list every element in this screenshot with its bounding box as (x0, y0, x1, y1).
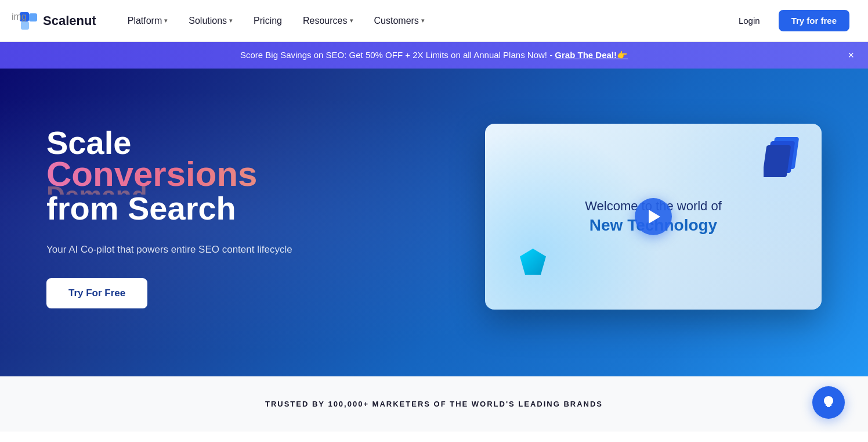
hero-animated-text: Scale Conversions Demand (46, 125, 292, 195)
nav-resources[interactable]: Resources ▾ (295, 11, 361, 31)
svg-rect-5 (764, 145, 791, 177)
login-button[interactable]: Login (729, 11, 769, 30)
banner-text: Score Big Savings on SEO: Get 50% OFF + … (240, 50, 628, 60)
hero-title-main: from Search (46, 190, 292, 227)
bottom-section: Scalenet is an AI-powered SEO ... remove… (0, 432, 868, 442)
hero-video-card[interactable]: Welcome to the world of New Technology (485, 124, 822, 310)
svg-rect-6 (827, 406, 830, 407)
customers-chevron-icon: ▾ (421, 17, 425, 24)
banner-close-button[interactable]: × (848, 49, 854, 62)
logo[interactable]: Scalenut (19, 11, 96, 31)
navbar: Scalenut Platform ▾ Solutions ▾ Pricing … (0, 0, 868, 42)
nav-pricing[interactable]: Pricing (245, 11, 290, 31)
trusted-section: Trusted by 100,000+ Marketers of the Wor… (0, 376, 868, 432)
hero-content: Scale Conversions Demand from Search You… (46, 125, 292, 308)
floating-action-button[interactable] (812, 386, 845, 419)
banner-link[interactable]: Grab The Deal!👉 (555, 50, 628, 60)
img-label: img (12, 12, 27, 22)
svg-rect-1 (29, 13, 37, 21)
pricing-label: Pricing (254, 16, 282, 26)
platform-chevron-icon: ▾ (164, 17, 168, 24)
floating-btn-icon (820, 393, 837, 412)
video-3d-decoration (764, 134, 804, 189)
platform-label: Platform (128, 16, 162, 26)
navbar-nav: Platform ▾ Solutions ▾ Pricing Resources… (120, 11, 729, 31)
hero-section: Scale Conversions Demand from Search You… (0, 69, 868, 376)
logo-text: Scalenut (43, 13, 96, 28)
svg-rect-2 (21, 21, 29, 30)
nav-customers[interactable]: Customers ▾ (366, 11, 433, 31)
navbar-try-button[interactable]: Try for free (779, 10, 849, 31)
hero-animated-word2: Demand (46, 182, 292, 195)
resources-label: Resources (303, 16, 347, 26)
banner-text-before: Score Big Savings on SEO: Get 50% OFF + … (240, 50, 555, 60)
hero-try-button[interactable]: Try For Free (46, 278, 147, 308)
nav-solutions[interactable]: Solutions ▾ (180, 11, 241, 31)
nav-platform[interactable]: Platform ▾ (120, 11, 176, 31)
navbar-actions: Login Try for free (729, 10, 849, 31)
resources-chevron-icon: ▾ (350, 17, 353, 24)
hero-subtitle: Your AI Co-pilot that powers entire SEO … (46, 242, 292, 257)
customers-label: Customers (374, 16, 419, 26)
trusted-label: Trusted by 100,000+ Marketers of the Wor… (46, 400, 822, 408)
solutions-chevron-icon: ▾ (229, 17, 233, 24)
video-play-button[interactable] (635, 198, 672, 235)
solutions-label: Solutions (189, 16, 227, 26)
play-triangle-icon (649, 210, 660, 224)
promo-banner: Score Big Savings on SEO: Get 50% OFF + … (0, 42, 868, 69)
